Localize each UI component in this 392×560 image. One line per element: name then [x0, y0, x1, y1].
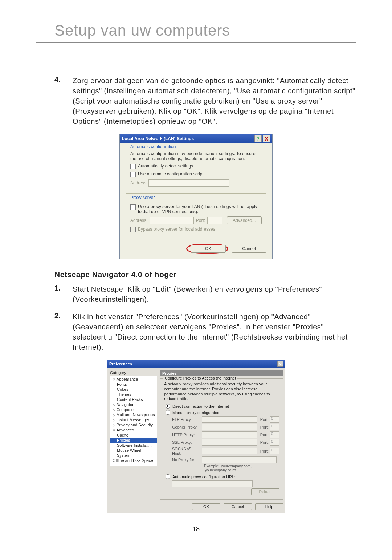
title-rule	[36, 42, 356, 43]
tree-item-privacy[interactable]: Privacy and Security	[110, 422, 157, 427]
group-legend: Configure Proxies to Access the Internet	[163, 376, 237, 380]
ssl-proxy-label: SSL Proxy:	[172, 440, 200, 445]
ns-title-text: Preferences	[109, 362, 277, 366]
ok-button[interactable]: OK	[191, 245, 226, 253]
socks-host-label: SOCKS v5 Host:	[172, 447, 200, 455]
ftp-proxy-label: FTP Proxy:	[172, 417, 200, 422]
tree-item-mouse-wheel[interactable]: Mouse Wheel	[110, 448, 157, 453]
page-number: 18	[36, 525, 356, 533]
reload-button[interactable]: Reload	[251, 488, 279, 495]
cancel-button[interactable]: Cancel	[232, 245, 266, 253]
group-legend: Proxy server	[129, 195, 156, 200]
category-tree[interactable]: Appearance Fonts Colors Themes Content P…	[110, 376, 157, 466]
proxies-header: Proxies	[160, 370, 283, 376]
tree-item-fonts[interactable]: Fonts	[110, 382, 157, 387]
cancel-button[interactable]: Cancel	[224, 503, 252, 510]
step-4-text: Zorg ervoor dat geen van de getoonde opt…	[73, 76, 356, 126]
step-text: Klik in het venster "Preferences" (Voork…	[73, 312, 356, 352]
ns-titlebar: Preferences x	[107, 360, 285, 368]
auto-proxy-url-radio[interactable]: Automatic proxy configuration URL:	[166, 474, 279, 479]
auto-proxy-url-input[interactable]	[172, 480, 253, 487]
checkbox-icon	[130, 204, 136, 210]
checkbox-label: Automatically detect settings	[138, 163, 193, 169]
socks-port-input[interactable]: 0	[270, 448, 279, 454]
radio-icon	[166, 404, 170, 409]
step-4: 4. Zorg ervoor dat geen van de getoonde …	[36, 76, 356, 126]
tree-item-themes[interactable]: Themes	[110, 392, 157, 397]
tree-item-system[interactable]: System	[110, 453, 157, 458]
ok-highlight: OK	[186, 244, 228, 254]
http-port-input[interactable]: 0	[270, 431, 279, 438]
bypass-checkbox[interactable]: Bypass proxy server for local addresses	[130, 227, 262, 232]
proxy-address-label: Address:	[130, 218, 147, 223]
radio-label: Automatic proxy configuration URL:	[172, 475, 235, 479]
netscape-subheading: Netscape Navigator 4.0 of hoger	[54, 270, 356, 279]
ok-button[interactable]: OK	[192, 503, 220, 510]
tree-item-content-packs[interactable]: Content Packs	[110, 397, 157, 402]
help-button[interactable]: Help	[255, 503, 283, 510]
proxy-server-group: Proxy server Use a proxy server for your…	[126, 198, 266, 239]
tree-item-navigator[interactable]: Navigator	[110, 402, 157, 407]
tree-item-offline[interactable]: Offline and Disk Space	[110, 458, 157, 463]
automatic-configuration-group: Automatic configuration Automatic config…	[126, 147, 266, 194]
port-label: Port:	[258, 449, 269, 453]
tree-item-instant-messenger[interactable]: Instant Messenger	[110, 417, 157, 422]
address-label: Address	[130, 180, 146, 186]
ftp-port-input[interactable]: 0	[270, 416, 279, 423]
group-description: Automatic configuration may override man…	[130, 151, 262, 161]
checkbox-icon	[130, 164, 136, 169]
no-proxy-input[interactable]	[202, 456, 277, 463]
auto-script-checkbox[interactable]: Use automatic configuration script	[130, 171, 262, 177]
step-number: 1.	[36, 284, 73, 304]
auto-detect-checkbox[interactable]: Automatically detect settings	[130, 163, 262, 169]
close-icon[interactable]: x	[277, 361, 283, 367]
direct-connection-radio[interactable]: Direct connection to the Internet	[166, 404, 279, 409]
port-label: Port:	[258, 425, 269, 429]
gopher-port-input[interactable]: 0	[270, 424, 279, 430]
advanced-button[interactable]: Advanced...	[227, 216, 262, 224]
socks-host-input[interactable]	[202, 448, 257, 454]
group-description: A network proxy provides additional secu…	[164, 382, 279, 402]
ssl-port-input[interactable]: 0	[270, 439, 279, 446]
radio-icon	[166, 474, 170, 479]
tree-item-cache[interactable]: Cache	[110, 433, 157, 438]
http-proxy-input[interactable]	[202, 431, 257, 438]
tree-item-advanced[interactable]: Advanced	[110, 427, 157, 433]
netscape-step-2: 2. Klik in het venster "Preferences" (Vo…	[36, 312, 356, 352]
port-label: Port:	[258, 440, 269, 445]
ssl-proxy-input[interactable]	[202, 439, 257, 446]
close-icon[interactable]: X	[263, 135, 270, 142]
tree-item-software[interactable]: Software Installati...	[110, 443, 157, 448]
proxy-port-label: Port:	[196, 218, 205, 223]
proxy-port-input[interactable]	[207, 217, 222, 224]
tree-item-proxies[interactable]: Proxies	[110, 438, 157, 443]
lan-title-text: Local Area Network (LAN) Settings	[122, 136, 253, 141]
checkbox-label: Bypass proxy server for local addresses	[138, 227, 215, 232]
radio-icon	[166, 410, 170, 415]
page-title: Setup van uw computers	[54, 22, 356, 39]
tree-item-composer[interactable]: Composer	[110, 407, 157, 412]
proxy-address-input[interactable]	[150, 217, 193, 224]
checkbox-icon	[130, 172, 136, 177]
step-text: Start Netscape. Klik op "Edit" (Bewerken…	[73, 284, 356, 304]
gopher-proxy-input[interactable]	[202, 424, 257, 430]
use-proxy-checkbox[interactable]: Use a proxy server for your LAN (These s…	[130, 204, 262, 214]
netscape-preferences-dialog: Preferences x Category Appearance Fonts …	[107, 360, 285, 513]
address-input[interactable]	[148, 179, 229, 187]
http-proxy-label: HTTP Proxy:	[172, 433, 200, 437]
port-label: Port:	[258, 433, 269, 437]
help-icon[interactable]: ?	[254, 135, 262, 142]
step-4-number: 4.	[36, 76, 73, 126]
gopher-proxy-label: Gopher Proxy:	[172, 425, 200, 429]
ftp-proxy-input[interactable]	[202, 416, 257, 423]
tree-item-colors[interactable]: Colors	[110, 387, 157, 392]
manual-proxy-radio[interactable]: Manual proxy configuration	[166, 410, 279, 415]
no-proxy-example: Example: .yourcompany.com, .yourcompany.…	[204, 464, 279, 472]
tree-item-mail[interactable]: Mail and Newsgroups	[110, 412, 157, 417]
radio-label: Manual proxy configuration	[172, 410, 220, 415]
checkbox-label: Use automatic configuration script	[138, 171, 204, 176]
proxies-group: Configure Proxies to Access the Internet…	[160, 378, 283, 500]
checkbox-icon	[130, 227, 136, 232]
lan-settings-dialog: Local Area Network (LAN) Settings ? X Au…	[119, 134, 273, 259]
tree-item-appearance[interactable]: Appearance	[110, 377, 157, 382]
